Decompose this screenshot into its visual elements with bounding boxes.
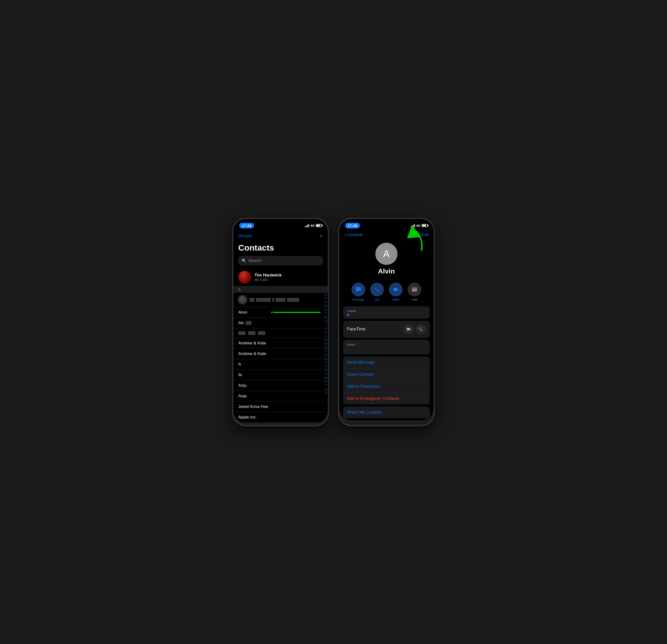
facetime-label: FaceTime bbox=[347, 327, 365, 332]
contact-row-jared[interactable]: Jared Anna Hse bbox=[233, 402, 328, 412]
index-s[interactable]: S bbox=[324, 361, 327, 365]
index-c[interactable]: C bbox=[324, 300, 327, 304]
mail-label: mail bbox=[412, 298, 417, 301]
groups-button[interactable]: Groups bbox=[238, 234, 252, 238]
green-arrow-left bbox=[271, 309, 321, 316]
index-o[interactable]: O bbox=[324, 345, 327, 349]
contact-avatar-blurred bbox=[238, 295, 247, 304]
signal-bars-right bbox=[410, 224, 415, 227]
index-x[interactable]: X bbox=[324, 380, 327, 384]
signal-bar-3 bbox=[307, 225, 308, 227]
action-links-section: Send Message Share Contact Add to Favour… bbox=[343, 356, 430, 404]
message-icon bbox=[355, 287, 361, 292]
index-hash[interactable]: # bbox=[324, 391, 327, 395]
share-location-section: Share My Location bbox=[343, 406, 430, 418]
back-button[interactable]: ‹ Contacts bbox=[344, 232, 363, 237]
index-k[interactable]: K bbox=[324, 331, 327, 334]
index-d[interactable]: D bbox=[324, 304, 327, 308]
index-f[interactable]: F bbox=[324, 312, 327, 315]
contact-row-ai[interactable]: Ai bbox=[233, 370, 328, 380]
index-l[interactable]: L bbox=[324, 334, 327, 338]
blur-block-alv bbox=[246, 321, 251, 325]
signal-bar-4 bbox=[308, 224, 309, 227]
blur-block bbox=[276, 298, 286, 302]
call-btn-circle bbox=[370, 283, 384, 296]
contact-row-alv[interactable]: Alv bbox=[233, 318, 328, 328]
facetime-row[interactable]: FaceTime bbox=[343, 321, 430, 338]
contact-row-anja[interactable]: Anja bbox=[233, 391, 328, 402]
share-contact-link[interactable]: Share Contact bbox=[343, 369, 430, 381]
contact-row-blurred2[interactable] bbox=[233, 328, 328, 338]
message-action[interactable]: message bbox=[352, 283, 365, 301]
contact-row-blurred1[interactable] bbox=[233, 293, 328, 307]
contact-row-andrew-kate-1[interactable]: Andrew & Kate bbox=[233, 338, 328, 349]
index-r[interactable]: R bbox=[324, 357, 327, 361]
mail-btn-circle bbox=[408, 283, 421, 296]
blur-block bbox=[238, 331, 246, 335]
contact-name-blurred bbox=[249, 298, 299, 302]
status-icons-right: 4G bbox=[410, 224, 428, 227]
index-z[interactable]: Z bbox=[324, 387, 327, 391]
index-v[interactable]: V bbox=[324, 372, 327, 376]
battery-fill bbox=[316, 225, 320, 226]
contacts-title: Contacts bbox=[233, 242, 328, 256]
mobile-row[interactable]: mobile bbox=[343, 306, 430, 319]
share-location-link[interactable]: Share My Location bbox=[343, 406, 430, 418]
video-icon bbox=[393, 287, 399, 292]
index-g[interactable]: G bbox=[324, 315, 327, 319]
status-time-right: 17:36 bbox=[345, 223, 360, 228]
call-label: call bbox=[375, 298, 379, 301]
facetime-audio-button[interactable] bbox=[416, 324, 426, 334]
add-favourites-link[interactable]: Add to Favourites bbox=[343, 381, 430, 393]
add-contact-button[interactable]: + bbox=[319, 232, 323, 239]
my-card-row[interactable]: Tim Hardwick My Card bbox=[233, 268, 328, 286]
search-bar[interactable]: 🔍 Search bbox=[238, 256, 323, 265]
index-b[interactable]: B bbox=[324, 296, 327, 300]
search-placeholder: Search bbox=[248, 258, 262, 263]
index-a[interactable]: A bbox=[324, 293, 327, 296]
index-i[interactable]: I bbox=[324, 323, 327, 327]
notch bbox=[262, 219, 299, 226]
index-sidebar[interactable]: A B C D E F G H I J K L M N O P Q bbox=[324, 293, 327, 395]
index-m[interactable]: M bbox=[324, 338, 327, 342]
index-t[interactable]: T bbox=[324, 365, 327, 368]
contact-name: Anja bbox=[238, 393, 247, 399]
facetime-actions bbox=[404, 324, 426, 334]
index-w[interactable]: W bbox=[324, 376, 327, 380]
index-n[interactable]: N bbox=[324, 342, 327, 345]
contact-row-anju[interactable]: Anju bbox=[233, 380, 328, 391]
index-u[interactable]: U bbox=[324, 369, 327, 372]
facetime-video-button[interactable] bbox=[404, 324, 413, 334]
left-phone: 17:36 4G bbox=[232, 218, 329, 426]
network-label-right: 4G bbox=[416, 224, 420, 227]
notes-label: Notes bbox=[347, 343, 426, 347]
contact-row-alvin[interactable]: Alvin bbox=[233, 307, 328, 318]
signal-bars bbox=[305, 224, 309, 227]
index-j[interactable]: J bbox=[324, 327, 327, 331]
index-y[interactable]: Y bbox=[324, 384, 327, 387]
contact-name: Andrew & Kate bbox=[238, 351, 266, 356]
my-card-label: My Card bbox=[255, 278, 281, 281]
emergency-contacts-link[interactable]: Add to Emergency Contacts bbox=[343, 393, 430, 404]
contact-full-name: Alvin bbox=[378, 267, 395, 275]
contact-name: Ai bbox=[238, 372, 242, 377]
video-action[interactable]: video bbox=[389, 283, 403, 301]
contact-row-a[interactable]: A bbox=[233, 359, 328, 370]
facetime-phone-icon bbox=[419, 327, 423, 332]
contact-row-andrew-kate-2[interactable]: Andrew & Kate bbox=[233, 349, 328, 359]
call-action[interactable]: call bbox=[370, 283, 384, 301]
index-e[interactable]: E bbox=[324, 308, 327, 312]
contact-row-apple[interactable]: Apple Inc. bbox=[233, 412, 328, 423]
index-q[interactable]: Q bbox=[324, 353, 327, 357]
blur-block bbox=[272, 298, 274, 302]
right-phone: 17:36 4G bbox=[338, 218, 435, 426]
contact-name: Jared Anna Hse bbox=[238, 404, 268, 409]
edit-button[interactable]: Edit bbox=[422, 232, 429, 237]
index-h[interactable]: H bbox=[324, 319, 327, 323]
battery-icon-left bbox=[316, 224, 322, 227]
blur-block bbox=[256, 298, 271, 302]
mail-action[interactable]: mail bbox=[408, 283, 421, 301]
send-message-link[interactable]: Send Message bbox=[343, 356, 430, 369]
status-time-left: 17:36 bbox=[239, 223, 254, 228]
index-p[interactable]: P bbox=[324, 350, 327, 353]
